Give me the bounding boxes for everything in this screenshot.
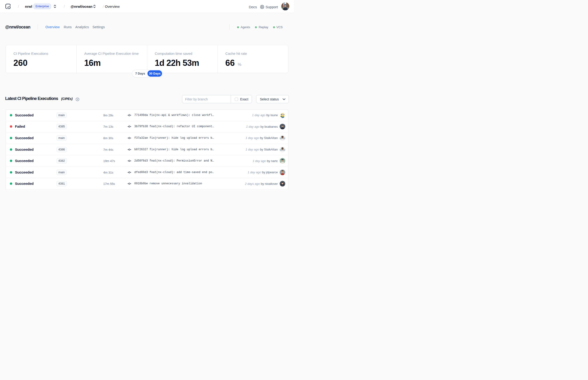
svg-text:?: ? xyxy=(77,98,78,101)
